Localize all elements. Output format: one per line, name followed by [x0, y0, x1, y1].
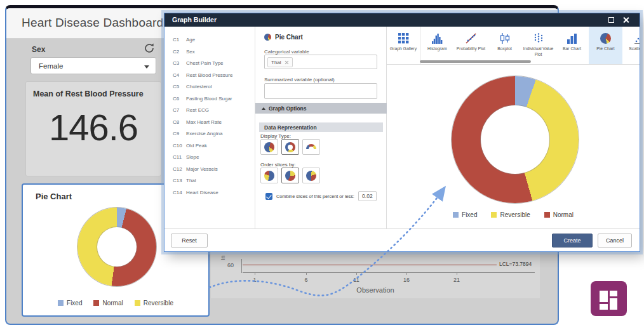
dialog-footer: Reset Create Cancel — [164, 228, 640, 251]
column-row-c4[interactable]: C4Rest Blood Pressure — [164, 70, 255, 82]
pie-chart-icon — [264, 34, 271, 41]
column-row-c1[interactable]: C1Age — [164, 34, 255, 46]
column-row-c13[interactable]: C13Thal — [164, 175, 255, 187]
toolbar-item-label: Bar Chart — [555, 46, 589, 52]
x-tick — [255, 272, 255, 275]
control-chart: In 60 1 6 11 16 21 LCL=73.7894 Observati… — [211, 251, 540, 298]
toolbar-item-label: Boxplot — [488, 46, 521, 52]
column-id: C14 — [164, 187, 186, 199]
toolbar-item-scatterplot[interactable]: Scatterplot — [622, 27, 640, 64]
cancel-button[interactable]: Cancel — [598, 234, 632, 248]
individual-value-plot-icon — [521, 31, 555, 44]
dashboard-title: Heart Disease Dashboard — [22, 16, 163, 30]
column-row-c7[interactable]: C7Rest ECG — [164, 105, 255, 117]
donut-icon — [285, 142, 295, 152]
logo-pane — [600, 304, 608, 310]
collapse-icon — [262, 107, 265, 110]
column-row-c6[interactable]: C6Fasting Blood Sugar — [164, 93, 255, 105]
logo-pane — [610, 291, 617, 296]
summarized-variable-field[interactable] — [264, 83, 377, 99]
remove-variable-icon[interactable] — [285, 60, 289, 65]
categorical-variable-field[interactable]: Thal — [264, 55, 377, 69]
toolbar-item-label: Scatterplot — [622, 46, 640, 52]
display-type-pie-button[interactable] — [260, 139, 278, 155]
order-slices-label: Order slices by: — [260, 162, 296, 168]
toolbar-scrollbar[interactable] — [420, 60, 531, 63]
legend-item: Fixed — [58, 300, 82, 307]
legend-swatch-fixed — [58, 300, 64, 306]
column-row-c3[interactable]: C3Chest Pain Type — [164, 58, 255, 70]
column-name: Major Vessels — [186, 164, 218, 176]
order-slices-option-2-button[interactable] — [281, 168, 299, 183]
probability-plot-icon — [454, 31, 488, 44]
toolbar-item-graph-gallery[interactable]: Graph Gallery — [387, 27, 420, 64]
dialog-titlebar[interactable]: Graph Builder — [164, 13, 640, 27]
graph-gallery-icon — [387, 31, 420, 44]
lcl-line — [243, 265, 497, 265]
data-representation-header: Data Representation — [259, 122, 383, 132]
pie-icon — [264, 171, 274, 181]
sex-dropdown[interactable]: Female — [30, 57, 156, 74]
column-id: C6 — [164, 93, 186, 105]
x-tick-label: 16 — [400, 277, 413, 283]
bar-chart-icon — [555, 31, 589, 44]
refresh-icon[interactable] — [144, 43, 155, 54]
reset-button[interactable]: Reset — [171, 234, 208, 248]
toolbar-item-bar-chart[interactable]: Bar Chart — [555, 27, 589, 64]
sex-filter-label: Sex — [32, 45, 45, 54]
toolbar-item-probability-plot[interactable]: Probability Plot — [454, 27, 488, 64]
create-button[interactable]: Create — [552, 234, 593, 248]
builder-header: Pie Chart — [264, 34, 303, 41]
column-list: C1AgeC2SexC3Chest Pain TypeC4Rest Blood … — [164, 27, 255, 228]
pie-icon — [306, 171, 316, 181]
combine-percent-input[interactable] — [358, 191, 377, 201]
column-id: C2 — [164, 46, 186, 58]
order-slices-option-3-button[interactable] — [302, 168, 320, 183]
column-row-c14[interactable]: C14Heart Disease — [164, 187, 255, 199]
column-name: Heart Disease — [186, 187, 218, 199]
column-name: Rest ECG — [186, 105, 209, 117]
preview-donut-legend: Fixed Reversible Normal — [387, 211, 640, 218]
toolbar-item-individual-value-plot[interactable]: Individual Value Plot — [521, 27, 555, 64]
toolbar-item-label: Histogram — [420, 46, 454, 52]
display-type-arc-button[interactable] — [302, 139, 320, 155]
order-slices-option-1-button[interactable] — [260, 168, 278, 183]
column-row-c12[interactable]: C12Major Vessels — [164, 164, 255, 176]
column-id: C11 — [164, 152, 186, 164]
dashboard-donut-legend: Fixed Normal Reversible — [23, 300, 208, 307]
graph-options-label: Graph Options — [269, 105, 307, 112]
legend-swatch-reversible — [491, 212, 497, 218]
sex-dropdown-value: Female — [39, 62, 63, 70]
order-slices-options — [260, 168, 320, 183]
legend-swatch-normal — [93, 300, 99, 306]
column-row-c9[interactable]: C9Exercise Angina — [164, 128, 255, 140]
toolbar-item-boxplot[interactable]: Boxplot — [488, 27, 521, 64]
display-type-donut-button[interactable] — [281, 139, 299, 155]
column-name: Age — [186, 34, 195, 46]
display-type-label: Display Type: — [260, 133, 291, 139]
toolbar-item-pie-chart[interactable]: Pie Chart — [589, 27, 622, 64]
preview-panel: Graph Gallery Histogram Probability Plot — [387, 27, 640, 228]
combine-slices-checkbox[interactable] — [265, 193, 272, 200]
graph-options-header[interactable]: Graph Options — [255, 103, 387, 114]
maximize-icon[interactable] — [608, 17, 614, 23]
x-tick — [406, 272, 407, 275]
donut-hole — [97, 227, 137, 267]
builder-panel: Pie Chart Categorical variable Thal Summ… — [255, 27, 387, 228]
column-row-c2[interactable]: C2Sex — [164, 46, 255, 58]
toolbar-item-histogram[interactable]: Histogram — [420, 27, 454, 64]
legend-swatch-fixed — [453, 212, 459, 218]
column-row-c11[interactable]: C11Slope — [164, 152, 255, 164]
column-name: Cholesterol — [186, 81, 211, 93]
legend-item: Reversible — [491, 211, 530, 218]
dialog-title: Graph Builder — [172, 16, 217, 23]
column-row-c8[interactable]: C8Max Heart Rate — [164, 117, 255, 129]
column-name: Sex — [186, 46, 195, 58]
column-row-c5[interactable]: C5Cholesterol — [164, 81, 255, 93]
column-row-c10[interactable]: C10Old Peak — [164, 140, 255, 152]
control-chart-x-axis — [243, 272, 535, 273]
toolbar-item-label: Pie Chart — [589, 46, 622, 52]
column-id: C8 — [164, 117, 186, 129]
app-logo[interactable] — [591, 281, 627, 316]
close-icon[interactable] — [622, 16, 629, 23]
